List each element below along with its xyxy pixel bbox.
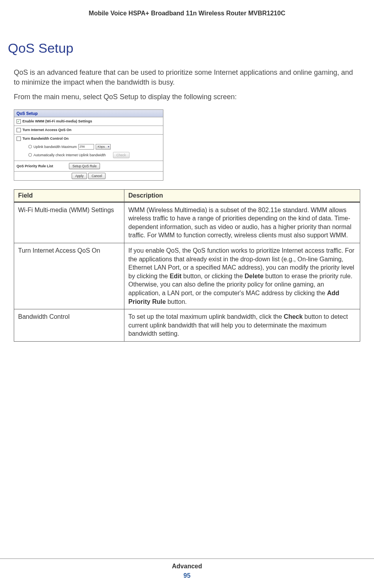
desc-cell: If you enable QoS, the QoS function work… bbox=[124, 243, 360, 309]
field-cell: Wi-Fi Multi-media (WMM) Settings bbox=[14, 202, 124, 243]
table-row: Turn Internet Access QoS On If you enabl… bbox=[14, 243, 360, 309]
rule-list-label: QoS Priority Rule List bbox=[17, 164, 53, 168]
auto-check-label: Automatically check Internet Uplink band… bbox=[33, 153, 106, 157]
screenshot-title: QoS Setup bbox=[14, 110, 163, 117]
uplink-max-input[interactable]: 256 bbox=[78, 144, 94, 150]
qos-setup-screenshot: QoS Setup ✓ Enable WMM (Wi-Fi multi-medi… bbox=[14, 109, 163, 181]
internet-qos-label: Turn Internet Access QoS On bbox=[22, 128, 72, 132]
field-description-table: Field Description Wi-Fi Multi-media (WMM… bbox=[14, 189, 360, 342]
page-footer: Advanced 95 bbox=[0, 558, 374, 579]
apply-button[interactable]: Apply bbox=[72, 173, 87, 179]
internet-qos-checkbox[interactable] bbox=[17, 128, 21, 132]
desc-cell: WMM (Wireless Multimedia) is a subset of… bbox=[124, 202, 360, 243]
footer-page-number: 95 bbox=[0, 572, 374, 579]
table-row: Bandwidth Control To set up the total ma… bbox=[14, 309, 360, 342]
check-button[interactable]: Check bbox=[113, 152, 130, 158]
header-description: Description bbox=[124, 189, 360, 202]
table-row: Wi-Fi Multi-media (WMM) Settings WMM (Wi… bbox=[14, 202, 360, 243]
footer-section-label: Advanced bbox=[0, 563, 374, 570]
intro-paragraph-2: From the main menu, select QoS Setup to … bbox=[14, 92, 360, 102]
setup-qos-rule-button[interactable]: Setup QoS Rule bbox=[69, 163, 100, 169]
intro-paragraph-1: QoS is an advanced feature that can be u… bbox=[14, 68, 360, 87]
auto-check-radio[interactable] bbox=[28, 153, 32, 157]
wmm-label: Enable WMM (Wi-Fi multi-media) Settings bbox=[22, 119, 92, 123]
field-cell: Turn Internet Access QoS On bbox=[14, 243, 124, 309]
cancel-button[interactable]: Cancel bbox=[88, 173, 106, 179]
page-title: QoS Setup bbox=[8, 41, 374, 56]
uplink-max-label: Uplink bandwidth Maximum bbox=[33, 145, 77, 149]
uplink-unit-select[interactable]: Kbps bbox=[96, 144, 111, 150]
wmm-checkbox[interactable]: ✓ bbox=[17, 119, 21, 124]
field-cell: Bandwidth Control bbox=[14, 309, 124, 342]
bandwidth-control-checkbox[interactable] bbox=[17, 137, 21, 141]
header-field: Field bbox=[14, 189, 124, 202]
bandwidth-control-label: Turn Bandwidth Control On bbox=[22, 137, 69, 141]
table-header-row: Field Description bbox=[14, 189, 360, 202]
desc-cell: To set up the total maximum uplink bandw… bbox=[124, 309, 360, 342]
document-header: Mobile Voice HSPA+ Broadband 11n Wireles… bbox=[0, 0, 374, 17]
uplink-max-radio[interactable] bbox=[28, 145, 32, 148]
